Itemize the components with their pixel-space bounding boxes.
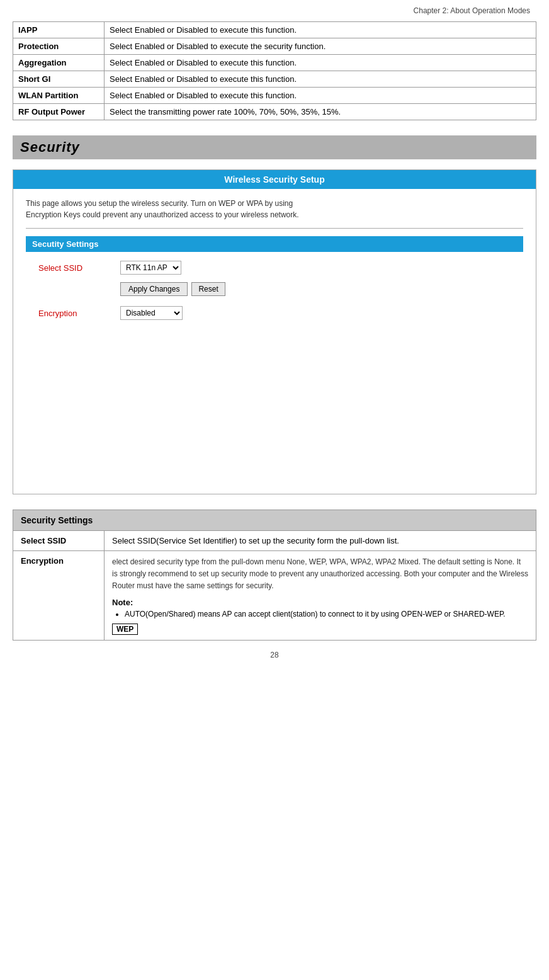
encryption-bullets: AUTO(Open/Shared) means AP can accept cl… <box>112 610 528 618</box>
wireless-panel-title: Wireless Security Setup <box>13 170 536 189</box>
select-ssid-label: Select SSID <box>38 263 120 273</box>
table-row: IAPPSelect Enabled or Disabled to execut… <box>13 22 536 38</box>
table-row: AggregationSelect Enabled or Disabled to… <box>13 55 536 71</box>
encryption-row: Encryption Disabled WEP WPA WPA2 WPA2 Mi… <box>26 306 523 320</box>
encryption-label: Encryption <box>38 309 120 318</box>
table-row: Short GISelect Enabled or Disabled to ex… <box>13 71 536 88</box>
wireless-security-panel: Wireless Security Setup This page allows… <box>13 169 536 494</box>
table-label-cell: Aggregation <box>13 55 105 71</box>
note-label: Note: <box>112 598 528 607</box>
security-settings-table: Security Settings Select SSID Select SSI… <box>13 510 536 641</box>
table-desc-cell: Select Enabled or Disabled to execute th… <box>105 71 536 88</box>
encryption-para: elect desired security type from the pul… <box>112 556 528 593</box>
encryption-desc-cell: elect desired security type from the pul… <box>105 551 536 641</box>
table-desc-cell: Select Enabled or Disabled to execute th… <box>105 55 536 71</box>
table-label-cell: WLAN Partition <box>13 88 105 104</box>
select-ssid-desc-cell: Select SSID(Service Set Identifier) to s… <box>105 531 536 551</box>
table-label-cell: Short GI <box>13 71 105 88</box>
table-desc-cell: Select Enabled or Disabled to execute th… <box>105 88 536 104</box>
table-label-cell: IAPP <box>13 22 105 38</box>
table-label-cell: RF Output Power <box>13 104 105 120</box>
wireless-description: This page allows you setup the wireless … <box>26 198 523 220</box>
encryption-label-cell: Encryption <box>13 551 105 641</box>
reset-button[interactable]: Reset <box>191 282 225 296</box>
chapter-header: Chapter 2: About Operation Modes <box>13 6 536 15</box>
table-desc-cell: Select Enabled or Disabled to execute th… <box>105 38 536 55</box>
table-row: Select SSID Select SSID(Service Set Iden… <box>13 531 536 551</box>
apply-changes-button[interactable]: Apply Changes <box>120 282 188 296</box>
select-ssid-row: Select SSID RTK 11n AP <box>26 261 523 275</box>
security-settings-bar: Secutity Settings <box>26 236 523 252</box>
security-heading: Security <box>13 135 536 159</box>
wep-box: WEP <box>112 624 138 635</box>
table-row: WLAN PartitionSelect Enabled or Disabled… <box>13 88 536 104</box>
apply-reset-row: Apply Changes Reset <box>26 282 523 296</box>
table-header-cell: Security Settings <box>13 510 536 531</box>
encryption-dropdown[interactable]: Disabled WEP WPA WPA2 WPA2 Mixed <box>120 306 183 320</box>
table-desc-cell: Select the transmitting power rate 100%,… <box>105 104 536 120</box>
table-row: ProtectionSelect Enabled or Disabled to … <box>13 38 536 55</box>
table-row: Encryption elect desired security type f… <box>13 551 536 641</box>
table-row: RF Output PowerSelect the transmitting p… <box>13 104 536 120</box>
encryption-bullet-item: AUTO(Open/Shared) means AP can accept cl… <box>125 610 528 618</box>
table-label-cell: Protection <box>13 38 105 55</box>
top-info-table: IAPPSelect Enabled or Disabled to execut… <box>13 21 536 120</box>
ssid-dropdown[interactable]: RTK 11n AP <box>120 261 181 275</box>
wireless-empty-space <box>26 328 523 485</box>
table-header-row: Security Settings <box>13 510 536 531</box>
select-ssid-label-cell: Select SSID <box>13 531 105 551</box>
page-number: 28 <box>13 651 536 659</box>
table-desc-cell: Select Enabled or Disabled to execute th… <box>105 22 536 38</box>
